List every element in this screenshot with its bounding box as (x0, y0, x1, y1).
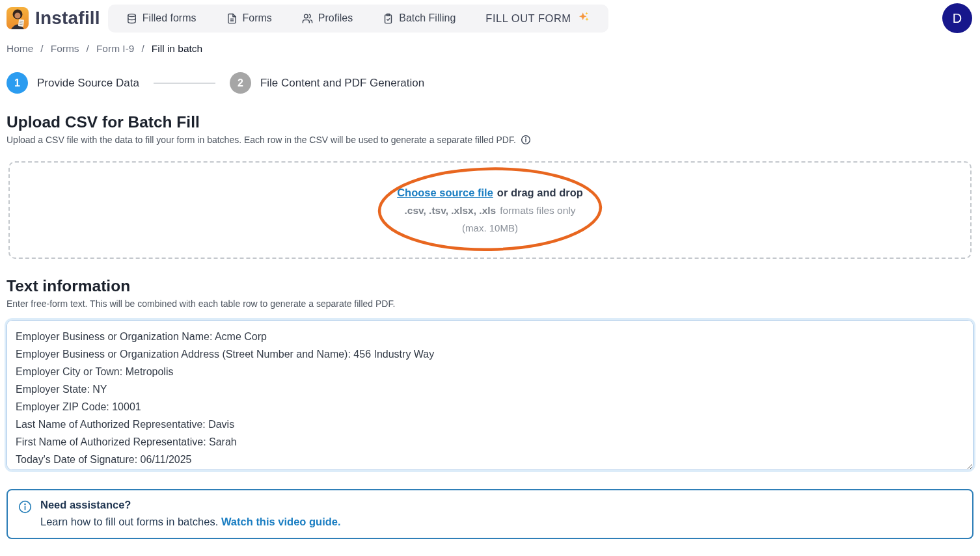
info-circle-icon (18, 500, 32, 514)
step-1-badge: 1 (7, 72, 28, 94)
instafill-logo-icon (7, 7, 29, 29)
nav-item-label: Filled forms (143, 12, 197, 24)
dropzone-formats-text: .csv, .tsv, .xlsx, .xlsformats files onl… (404, 205, 575, 217)
text-info-description: Enter free-form text. This will be combi… (0, 298, 980, 309)
brand-name: Instafill (35, 8, 100, 29)
user-avatar[interactable]: D (942, 3, 972, 33)
fill-out-form-label: FILL OUT FORM (485, 12, 571, 25)
step-2-badge: 2 (230, 72, 251, 94)
info-icon[interactable] (521, 135, 531, 145)
video-guide-link[interactable]: Watch this video guide. (221, 516, 341, 527)
document-icon (226, 13, 238, 24)
step-2: 2 File Content and PDF Generation (230, 72, 424, 94)
nav-forms[interactable]: Forms (226, 12, 272, 24)
dropzone-maxsize-text: (max. 10MB) (462, 222, 518, 233)
step-1: 1 Provide Source Data (7, 72, 139, 94)
clipboard-check-icon (383, 13, 394, 24)
breadcrumb-forms[interactable]: Forms (51, 43, 79, 55)
top-bar: Instafill Filled forms Forms (0, 0, 980, 36)
sparkles-icon (577, 10, 590, 26)
nav-batch-filling[interactable]: Batch Filling (383, 12, 456, 24)
step-1-label: Provide Source Data (37, 77, 139, 90)
step-2-label: File Content and PDF Generation (260, 77, 424, 90)
breadcrumb-form-i9[interactable]: Form I-9 (96, 43, 135, 55)
people-icon (302, 13, 313, 24)
dropzone-primary-text: Choose source fileor drag and drop (397, 187, 583, 199)
step-connector (154, 83, 215, 84)
nav-profiles[interactable]: Profiles (302, 12, 353, 24)
database-icon (126, 13, 137, 24)
main-nav: Filled forms Forms Profiles (108, 5, 608, 33)
stepper: 1 Provide Source Data 2 File Content and… (0, 55, 980, 94)
fill-out-form-button[interactable]: FILL OUT FORM (485, 10, 590, 26)
assistance-body: Learn how to fill out forms in batches. … (40, 516, 341, 528)
breadcrumb-separator: / (141, 43, 144, 55)
choose-source-file-link[interactable]: Choose source file (397, 187, 493, 198)
free-text-input[interactable]: Employer Business or Organization Name: … (7, 320, 973, 470)
breadcrumb-current: Fill in batch (152, 43, 202, 55)
csv-dropzone[interactable]: Choose source fileor drag and drop .csv,… (8, 161, 972, 259)
brand[interactable]: Instafill (7, 7, 100, 29)
breadcrumb-separator: / (87, 43, 89, 55)
assistance-banner: Need assistance? Learn how to fill out f… (7, 489, 973, 539)
upload-section-title: Upload CSV for Batch Fill (0, 113, 980, 131)
upload-section-description: Upload a CSV file with the data to fill … (0, 135, 980, 145)
text-info-title: Text information (0, 277, 980, 295)
nav-item-label: Profiles (318, 12, 353, 24)
nav-filled-forms[interactable]: Filled forms (126, 12, 197, 24)
breadcrumb: Home / Forms / Form I-9 / Fill in batch (0, 36, 980, 55)
nav-item-label: Batch Filling (399, 12, 456, 24)
nav-item-label: Forms (243, 12, 272, 24)
breadcrumb-home[interactable]: Home (7, 43, 33, 55)
breadcrumb-separator: / (40, 43, 43, 55)
assistance-title: Need assistance? (40, 499, 341, 511)
